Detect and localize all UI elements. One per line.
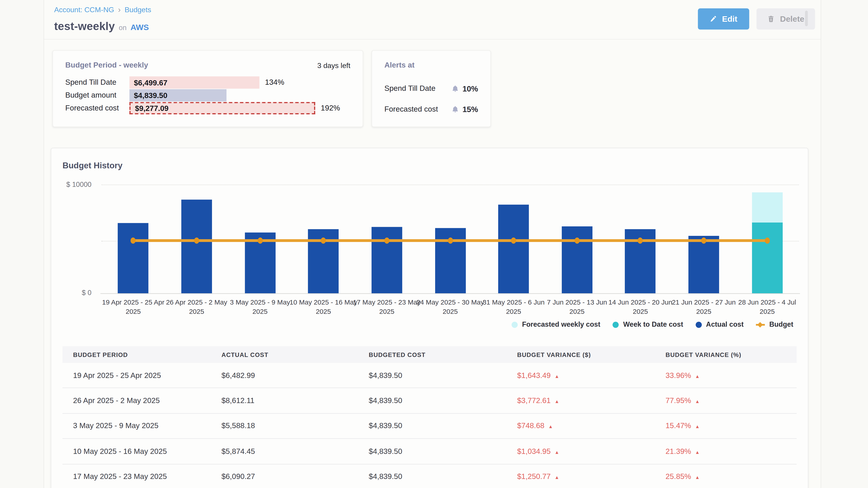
variance-pct-cell: 21.39%▲ (655, 447, 785, 455)
title-connector: on (119, 24, 127, 32)
alert-metric-label: Forecasted cost (384, 104, 438, 114)
cell-value: $748.68 (517, 422, 544, 430)
budget-bar: $4,839.50 (129, 89, 226, 101)
table-header-cell: BUDGET VARIANCE (%) (655, 351, 785, 358)
legend-item[interactable]: Week to Date cost (613, 321, 683, 328)
actual-cost-bar[interactable] (118, 223, 149, 293)
days-left-label: 3 days left (317, 61, 350, 70)
legend-label: Actual cost (706, 321, 743, 328)
actual-cost-cell: $6,482.99 (211, 371, 358, 380)
budget-period-row: Spend Till Date$6,499.67134% (53, 76, 363, 89)
budget-line-marker[interactable] (194, 238, 199, 244)
budget-period-cell: 17 May 2025 - 23 May 2025 (62, 473, 211, 481)
budget-metric-value: $6,499.67 (129, 78, 167, 87)
x-axis-label: 3 May 2025 - 9 May 2025 (225, 298, 294, 317)
budget-period-row: Budget amount$4,839.50 (53, 89, 363, 101)
table-row: 26 Apr 2025 - 2 May 2025$8,612.11$4,839.… (62, 388, 797, 414)
page-title: test-weekly (54, 20, 115, 33)
actual-cost-bar[interactable] (498, 204, 529, 293)
cell-value: $4,839.50 (369, 447, 402, 455)
table-header-cell: BUDGETED COST (358, 351, 506, 358)
table-row: 17 May 2025 - 23 May 2025$6,090.27$4,839… (62, 464, 797, 488)
cell-value: 19 Apr 2025 - 25 Apr 2025 (73, 371, 161, 380)
table-header-cell: BUDGET VARIANCE ($) (506, 351, 655, 358)
actual-cost-cell: $5,588.18 (211, 422, 358, 430)
budgeted-cost-cell: $4,839.50 (358, 422, 506, 430)
delete-button-label: Delete (780, 14, 804, 23)
spend-bar: $6,499.67 (129, 76, 259, 89)
legend-item[interactable]: Forecasted weekly cost (512, 321, 600, 328)
cell-value: 77.95% (665, 396, 691, 405)
budget-line-marker[interactable] (384, 238, 389, 244)
table-header-row: BUDGET PERIODACTUAL COSTBUDGETED COSTBUD… (62, 346, 797, 363)
x-axis-label: 21 Jun 2025 - 27 Jun 2025 (669, 298, 738, 317)
page-scrollbar-thumb[interactable] (805, 11, 808, 26)
forecasted-weekly-cost-bar[interactable] (752, 193, 782, 223)
pencil-icon (710, 15, 717, 23)
variance-up-icon: ▲ (555, 399, 559, 404)
budget-metric-value: $9,277.09 (131, 104, 168, 112)
budget-metric-label: Spend Till Date (65, 76, 116, 89)
x-axis-label: 28 Jun 2025 - 4 Jul 2025 (733, 298, 802, 317)
x-axis-label: 7 Jun 2025 - 13 Jun 2025 (542, 298, 612, 317)
table-header-cell: ACTUAL COST (211, 351, 358, 358)
breadcrumb-budgets-link[interactable]: Budgets (125, 6, 151, 14)
actual-cost-bar[interactable] (688, 236, 719, 293)
alert-row: Forecasted cost 15% (372, 104, 490, 114)
variance-up-icon: ▲ (555, 373, 559, 379)
cell-value: 21.39% (665, 447, 691, 455)
page: Account: CCM-NG › Budgets test-weekly on… (0, 0, 868, 488)
cell-value: $4,839.50 (369, 396, 402, 405)
variance-usd-cell: $748.68▲ (506, 422, 655, 430)
cell-value: 3 May 2025 - 9 May 2025 (73, 422, 158, 430)
breadcrumb-account-link[interactable]: Account: CCM-NG (54, 6, 114, 14)
x-axis-label: 19 Apr 2025 - 25 Apr 2025 (98, 298, 168, 317)
edit-button-label: Edit (722, 14, 737, 23)
cell-value: $5,588.18 (221, 422, 255, 430)
platform-label: AWS (130, 23, 149, 32)
legend-item[interactable]: Budget (756, 321, 794, 328)
actual-cost-bar[interactable] (562, 226, 592, 293)
cell-value: $6,090.27 (221, 473, 255, 481)
actual-cost-bar[interactable] (371, 227, 402, 293)
x-axis-label: 31 May 2025 - 6 Jun 2025 (479, 298, 548, 317)
x-axis-label: 14 Jun 2025 - 20 Jun 2025 (606, 298, 675, 317)
cell-value: $4,839.50 (369, 371, 402, 380)
x-axis-label: 24 May 2025 - 30 May 2025 (416, 298, 485, 317)
table-row: 10 May 2025 - 16 May 2025$5,874.45$4,839… (62, 439, 797, 464)
legend-marker-circle (613, 322, 619, 328)
budget-line-marker[interactable] (765, 238, 770, 244)
budget-period-cell: 3 May 2025 - 9 May 2025 (62, 422, 211, 430)
variance-up-icon: ▲ (695, 399, 700, 404)
variance-up-icon: ▲ (695, 475, 700, 480)
cell-value: $8,612.11 (221, 396, 254, 405)
week-to-date-cost-bar[interactable] (752, 223, 782, 293)
legend-label: Budget (769, 321, 793, 328)
x-axis-label: 26 Apr 2025 - 2 May 2025 (162, 298, 231, 317)
alert-metric-label: Spend Till Date (384, 84, 435, 94)
budgeted-cost-cell: $4,839.50 (358, 473, 506, 481)
main-content-column: Account: CCM-NG › Budgets test-weekly on… (43, 0, 821, 488)
budgeted-cost-cell: $4,839.50 (358, 396, 506, 405)
legend-item[interactable]: Actual cost (695, 321, 743, 328)
cell-value: $4,839.50 (369, 422, 402, 430)
title-row: test-weekly on AWS (54, 20, 149, 33)
variance-up-icon: ▲ (555, 475, 559, 480)
cell-value: 26 Apr 2025 - 2 May 2025 (73, 396, 160, 405)
budget-period-row: Forecasted cost$9,277.09192% (53, 102, 363, 114)
x-axis-label: 10 May 2025 - 16 May 2025 (289, 298, 358, 317)
budget-period-cell: 10 May 2025 - 16 May 2025 (62, 447, 211, 455)
alerts-card: Alerts at Spend Till Date 10% Forecasted… (372, 50, 491, 127)
actual-cost-bar[interactable] (181, 200, 212, 293)
bell-icon (452, 85, 459, 93)
cell-value: 10 May 2025 - 16 May 2025 (73, 447, 167, 455)
cell-value: 33.96% (665, 371, 691, 380)
alert-threshold-value: 10% (463, 84, 478, 94)
budget-metric-value: $4,839.50 (129, 91, 167, 100)
legend-label: Forecasted weekly cost (522, 321, 600, 328)
budget-line-marker[interactable] (575, 238, 579, 244)
variance-usd-cell: $1,643.49▲ (506, 371, 655, 380)
budget-period-card: Budget Period - weekly 3 days left Spend… (53, 50, 363, 127)
cell-value: 17 May 2025 - 23 May 2025 (73, 473, 167, 481)
edit-button[interactable]: Edit (698, 8, 749, 30)
